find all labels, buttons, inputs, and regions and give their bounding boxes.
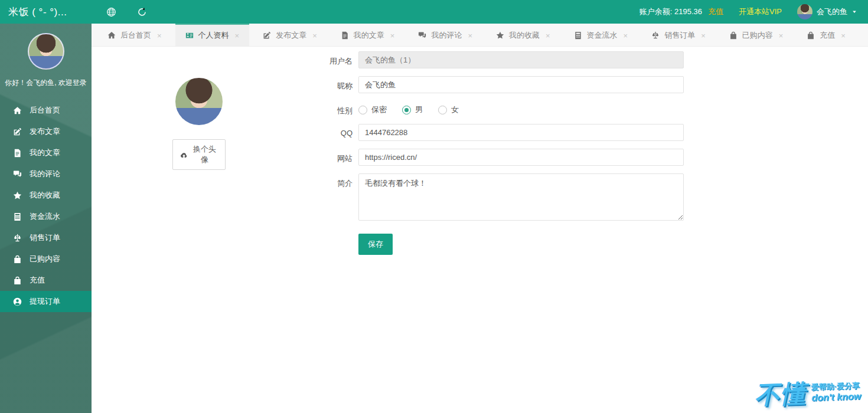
tab-dashboard[interactable]: 后台首页 × — [97, 24, 172, 46]
sidebar-item-label: 我的收藏 — [30, 190, 60, 201]
sidebar-item-my-comments[interactable]: 我的评论 — [0, 163, 92, 185]
sidebar-item-publish-article[interactable]: 发布文章 — [0, 121, 92, 142]
close-icon[interactable]: × — [235, 31, 240, 40]
tab-label: 我的文章 — [354, 30, 384, 41]
sidebar-item-withdraw-orders[interactable]: 提现订单 — [0, 291, 92, 312]
sidebar-item-label: 充值 — [30, 275, 45, 286]
sidebar-item-label: 后台首页 — [30, 105, 60, 116]
profile-form: 换个头像 用户名 昵称 性别 保密 — [92, 47, 868, 412]
sidebar-item-my-favorites[interactable]: 我的收藏 — [0, 185, 92, 206]
sidebar-item-purchased-content[interactable]: 已购内容 — [0, 248, 92, 270]
tab-profile[interactable]: 个人资料 × — [175, 24, 250, 46]
close-icon[interactable]: × — [312, 31, 317, 40]
user-menu[interactable]: 会飞的鱼 — [797, 4, 857, 19]
avatar — [797, 4, 812, 19]
sidebar-item-label: 销售订单 — [30, 232, 60, 243]
tab-purchased-content[interactable]: 已购内容 × — [719, 24, 794, 46]
tab-label: 已购内容 — [742, 30, 773, 41]
top-header: 米饭 ( °- °)... 账户余额: 2195.36 充值 开通本站VIP 会… — [0, 0, 868, 24]
avatar — [28, 33, 64, 70]
shopping-bag-icon — [729, 31, 738, 40]
sidebar-greeting: 你好！会飞的鱼, 欢迎登录 — [0, 78, 92, 88]
refresh-icon[interactable] — [130, 0, 153, 24]
sidebar-item-label: 我的评论 — [30, 169, 60, 179]
open-vip-link[interactable]: 开通本站VIP — [739, 6, 782, 17]
sidebar-item-label: 资金流水 — [30, 211, 60, 222]
header-username: 会飞的鱼 — [817, 6, 847, 17]
file-text-icon — [341, 31, 349, 40]
tab-my-favorites[interactable]: 我的收藏 × — [486, 24, 560, 46]
sidebar: 你好！会飞的鱼, 欢迎登录 后台首页 发布文章 我的文章 我的评论 我的收藏 资… — [0, 24, 92, 413]
close-icon[interactable]: × — [546, 31, 550, 40]
edit-icon — [13, 127, 22, 136]
sidebar-item-label: 发布文章 — [30, 126, 60, 137]
username-field — [358, 51, 684, 68]
tab-bar: 后台首页 × 个人资料 × 发布文章 × 我的文章 × 我的评论 × 我的收藏 … — [92, 24, 868, 47]
tab-label: 后台首页 — [120, 30, 151, 41]
username-label: 用户名 — [322, 51, 353, 67]
home-icon — [13, 106, 22, 115]
gender-radio-secret[interactable]: 保密 — [358, 104, 387, 115]
close-icon[interactable]: × — [779, 31, 784, 40]
close-icon[interactable]: × — [701, 31, 706, 40]
app-title[interactable]: 米饭 ( °- °)... — [0, 5, 92, 19]
nickname-label: 昵称 — [322, 76, 353, 91]
intro-field[interactable]: 毛都没有看个球！ — [358, 173, 684, 221]
sidebar-item-label: 已购内容 — [30, 254, 60, 264]
tab-withdraw-orders[interactable]: 提现订单 × — [859, 24, 868, 46]
account-balance: 账户余额: 2195.36 — [639, 6, 702, 17]
radio-icon[interactable] — [438, 106, 447, 114]
gender-radio-male[interactable]: 男 — [402, 104, 423, 115]
tab-label: 我的评论 — [431, 30, 462, 41]
change-avatar-button[interactable]: 换个头像 — [172, 139, 226, 170]
close-icon[interactable]: × — [157, 31, 162, 40]
sidebar-item-dashboard[interactable]: 后台首页 — [0, 100, 92, 121]
sidebar-item-label: 提现订单 — [30, 296, 60, 307]
globe-icon[interactable] — [100, 0, 122, 24]
calculator-icon — [574, 31, 582, 40]
close-icon[interactable]: × — [624, 31, 628, 40]
website-label: 网站 — [322, 149, 353, 164]
tab-sales-orders[interactable]: 销售订单 × — [641, 24, 716, 46]
tab-label: 我的收藏 — [509, 30, 540, 41]
qq-field[interactable] — [358, 124, 684, 141]
sidebar-item-label: 我的文章 — [30, 148, 60, 158]
sidebar-menu: 后台首页 发布文章 我的文章 我的评论 我的收藏 资金流水 销售订单 已购内容 — [0, 100, 92, 312]
nickname-field[interactable] — [358, 76, 684, 93]
close-icon[interactable]: × — [390, 31, 395, 40]
watermark-big-text: 不懂 — [754, 377, 807, 412]
shopping-bag-icon — [807, 31, 815, 40]
file-text-icon — [13, 149, 22, 158]
sidebar-item-fund-flow[interactable]: 资金流水 — [0, 206, 92, 227]
website-field[interactable] — [358, 149, 684, 166]
watermark-subtitle: don't know — [811, 391, 861, 404]
tab-my-comments[interactable]: 我的评论 × — [408, 24, 482, 46]
close-icon[interactable]: × — [468, 31, 472, 40]
balance-scale-icon — [651, 31, 660, 40]
user-circle-icon — [13, 297, 22, 306]
id-card-icon — [185, 31, 194, 40]
watermark-logo: 不懂 爱帮助·爱分享 don't know — [754, 375, 862, 412]
tab-label: 销售订单 — [664, 30, 695, 41]
star-icon — [496, 31, 504, 40]
edit-icon — [263, 31, 271, 40]
close-icon[interactable]: × — [841, 31, 846, 40]
sidebar-item-sales-orders[interactable]: 销售订单 — [0, 227, 92, 248]
gender-label: 性别 — [322, 101, 353, 116]
radio-checked-icon[interactable] — [402, 106, 411, 114]
radio-icon[interactable] — [358, 106, 367, 114]
tab-publish-article[interactable]: 发布文章 × — [253, 24, 327, 46]
recharge-link[interactable]: 充值 — [708, 6, 723, 17]
shopping-bag-icon — [13, 255, 22, 264]
tab-fund-flow[interactable]: 资金流水 × — [564, 24, 638, 46]
tab-my-articles[interactable]: 我的文章 × — [331, 24, 405, 46]
cloud-upload-icon — [180, 150, 188, 159]
sidebar-item-recharge[interactable]: 充值 — [0, 270, 92, 291]
gender-radio-female[interactable]: 女 — [438, 104, 459, 115]
tab-label: 发布文章 — [276, 30, 306, 41]
home-icon — [107, 31, 116, 40]
comments-icon — [13, 170, 22, 179]
tab-recharge[interactable]: 充值 × — [797, 24, 856, 46]
save-button[interactable]: 保存 — [358, 234, 393, 255]
sidebar-item-my-articles[interactable]: 我的文章 — [0, 142, 92, 163]
